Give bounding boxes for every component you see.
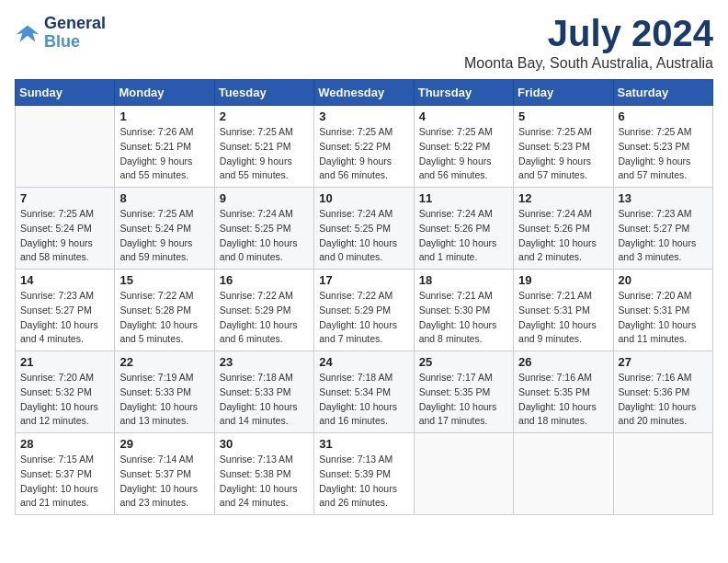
calendar-cell: 6Sunrise: 7:25 AMSunset: 5:23 PMDaylight… — [613, 106, 712, 188]
day-info: Sunrise: 7:13 AMSunset: 5:38 PMDaylight:… — [220, 453, 309, 511]
logo-icon — [15, 20, 40, 46]
day-number: 9 — [220, 191, 309, 205]
day-info: Sunrise: 7:24 AMSunset: 5:25 PMDaylight:… — [319, 207, 408, 265]
calendar-week-row: 1Sunrise: 7:26 AMSunset: 5:21 PMDaylight… — [16, 106, 713, 188]
weekday-header: Sunday — [16, 80, 115, 106]
calendar-cell: 30Sunrise: 7:13 AMSunset: 5:38 PMDayligh… — [214, 433, 313, 515]
day-info: Sunrise: 7:25 AMSunset: 5:24 PMDaylight:… — [119, 207, 209, 265]
title-block: July 2024 Moonta Bay, South Australia, A… — [464, 15, 713, 72]
day-number: 7 — [20, 191, 109, 205]
day-info: Sunrise: 7:25 AMSunset: 5:23 PMDaylight:… — [518, 125, 608, 183]
calendar-cell: 4Sunrise: 7:25 AMSunset: 5:22 PMDaylight… — [414, 106, 513, 188]
location-title: Moonta Bay, South Australia, Australia — [464, 55, 713, 72]
calendar-cell — [414, 433, 513, 515]
calendar-cell: 3Sunrise: 7:25 AMSunset: 5:22 PMDaylight… — [314, 106, 414, 188]
calendar-cell: 12Sunrise: 7:24 AMSunset: 5:26 PMDayligh… — [514, 188, 613, 270]
weekday-header-row: SundayMondayTuesdayWednesdayThursdayFrid… — [16, 80, 713, 106]
day-info: Sunrise: 7:21 AMSunset: 5:31 PMDaylight:… — [518, 289, 608, 347]
day-info: Sunrise: 7:20 AMSunset: 5:31 PMDaylight:… — [619, 289, 708, 347]
day-number: 5 — [518, 109, 608, 123]
day-number: 15 — [119, 273, 209, 287]
calendar-cell: 27Sunrise: 7:16 AMSunset: 5:36 PMDayligh… — [613, 351, 712, 433]
month-title: July 2024 — [464, 15, 713, 52]
calendar-cell: 26Sunrise: 7:16 AMSunset: 5:35 PMDayligh… — [514, 351, 613, 433]
day-info: Sunrise: 7:22 AMSunset: 5:29 PMDaylight:… — [220, 289, 309, 347]
calendar-cell: 8Sunrise: 7:25 AMSunset: 5:24 PMDaylight… — [115, 188, 214, 270]
day-number: 13 — [619, 191, 708, 205]
day-number: 3 — [319, 109, 408, 123]
calendar-cell: 29Sunrise: 7:14 AMSunset: 5:37 PMDayligh… — [115, 433, 214, 515]
day-number: 21 — [20, 355, 109, 369]
calendar-cell — [16, 106, 115, 188]
calendar-cell: 24Sunrise: 7:18 AMSunset: 5:34 PMDayligh… — [314, 351, 414, 433]
calendar-cell: 28Sunrise: 7:15 AMSunset: 5:37 PMDayligh… — [16, 433, 115, 515]
day-info: Sunrise: 7:23 AMSunset: 5:27 PMDaylight:… — [20, 289, 109, 347]
day-info: Sunrise: 7:20 AMSunset: 5:32 PMDaylight:… — [20, 371, 109, 429]
weekday-header: Tuesday — [214, 80, 313, 106]
calendar-week-row: 28Sunrise: 7:15 AMSunset: 5:37 PMDayligh… — [16, 433, 713, 515]
calendar-cell: 17Sunrise: 7:22 AMSunset: 5:29 PMDayligh… — [314, 270, 414, 351]
calendar-cell: 10Sunrise: 7:24 AMSunset: 5:25 PMDayligh… — [314, 188, 414, 270]
calendar-cell — [514, 433, 613, 515]
day-number: 23 — [220, 355, 309, 369]
calendar-week-row: 21Sunrise: 7:20 AMSunset: 5:32 PMDayligh… — [16, 351, 713, 433]
day-number: 24 — [319, 355, 408, 369]
day-info: Sunrise: 7:25 AMSunset: 5:22 PMDaylight:… — [419, 125, 508, 183]
weekday-header: Saturday — [613, 80, 712, 106]
day-number: 6 — [619, 109, 708, 123]
day-info: Sunrise: 7:18 AMSunset: 5:33 PMDaylight:… — [220, 371, 309, 429]
calendar-cell: 9Sunrise: 7:24 AMSunset: 5:25 PMDaylight… — [214, 188, 313, 270]
day-info: Sunrise: 7:18 AMSunset: 5:34 PMDaylight:… — [319, 371, 408, 429]
day-number: 19 — [518, 273, 608, 287]
day-info: Sunrise: 7:23 AMSunset: 5:27 PMDaylight:… — [619, 207, 708, 265]
weekday-header: Thursday — [414, 80, 513, 106]
calendar-body: 1Sunrise: 7:26 AMSunset: 5:21 PMDaylight… — [16, 106, 713, 515]
day-number: 30 — [220, 437, 309, 451]
calendar-cell: 18Sunrise: 7:21 AMSunset: 5:30 PMDayligh… — [414, 270, 513, 351]
calendar-cell: 31Sunrise: 7:13 AMSunset: 5:39 PMDayligh… — [314, 433, 414, 515]
day-info: Sunrise: 7:21 AMSunset: 5:30 PMDaylight:… — [419, 289, 508, 347]
page-header: General Blue July 2024 Moonta Bay, South… — [15, 15, 713, 72]
day-info: Sunrise: 7:15 AMSunset: 5:37 PMDaylight:… — [20, 453, 109, 511]
day-info: Sunrise: 7:17 AMSunset: 5:35 PMDaylight:… — [419, 371, 508, 429]
calendar-week-row: 14Sunrise: 7:23 AMSunset: 5:27 PMDayligh… — [16, 270, 713, 351]
day-info: Sunrise: 7:26 AMSunset: 5:21 PMDaylight:… — [119, 125, 209, 183]
day-info: Sunrise: 7:14 AMSunset: 5:37 PMDaylight:… — [119, 453, 209, 511]
calendar-cell: 22Sunrise: 7:19 AMSunset: 5:33 PMDayligh… — [115, 351, 214, 433]
day-number: 27 — [619, 355, 708, 369]
day-info: Sunrise: 7:25 AMSunset: 5:21 PMDaylight:… — [220, 125, 309, 183]
calendar-cell: 5Sunrise: 7:25 AMSunset: 5:23 PMDaylight… — [514, 106, 613, 188]
weekday-header: Friday — [514, 80, 613, 106]
calendar-cell: 1Sunrise: 7:26 AMSunset: 5:21 PMDaylight… — [115, 106, 214, 188]
day-number: 10 — [319, 191, 408, 205]
day-info: Sunrise: 7:24 AMSunset: 5:26 PMDaylight:… — [419, 207, 508, 265]
day-number: 11 — [419, 191, 508, 205]
calendar-cell: 25Sunrise: 7:17 AMSunset: 5:35 PMDayligh… — [414, 351, 513, 433]
day-info: Sunrise: 7:25 AMSunset: 5:23 PMDaylight:… — [619, 125, 708, 183]
calendar-cell: 21Sunrise: 7:20 AMSunset: 5:32 PMDayligh… — [16, 351, 115, 433]
day-info: Sunrise: 7:22 AMSunset: 5:28 PMDaylight:… — [119, 289, 209, 347]
weekday-header: Monday — [115, 80, 214, 106]
day-number: 20 — [619, 273, 708, 287]
day-number: 1 — [119, 109, 209, 123]
calendar-week-row: 7Sunrise: 7:25 AMSunset: 5:24 PMDaylight… — [16, 188, 713, 270]
day-info: Sunrise: 7:24 AMSunset: 5:25 PMDaylight:… — [220, 207, 309, 265]
calendar-cell: 16Sunrise: 7:22 AMSunset: 5:29 PMDayligh… — [214, 270, 313, 351]
day-number: 12 — [518, 191, 608, 205]
weekday-header: Wednesday — [314, 80, 414, 106]
calendar-cell: 14Sunrise: 7:23 AMSunset: 5:27 PMDayligh… — [16, 270, 115, 351]
calendar-cell: 19Sunrise: 7:21 AMSunset: 5:31 PMDayligh… — [514, 270, 613, 351]
calendar-cell: 23Sunrise: 7:18 AMSunset: 5:33 PMDayligh… — [214, 351, 313, 433]
day-info: Sunrise: 7:22 AMSunset: 5:29 PMDaylight:… — [319, 289, 408, 347]
day-number: 26 — [518, 355, 608, 369]
day-info: Sunrise: 7:25 AMSunset: 5:24 PMDaylight:… — [20, 207, 109, 265]
day-info: Sunrise: 7:19 AMSunset: 5:33 PMDaylight:… — [119, 371, 209, 429]
logo-text: General Blue — [44, 15, 106, 52]
day-info: Sunrise: 7:25 AMSunset: 5:22 PMDaylight:… — [319, 125, 408, 183]
calendar-cell — [613, 433, 712, 515]
calendar-table: SundayMondayTuesdayWednesdayThursdayFrid… — [15, 79, 713, 515]
day-number: 8 — [119, 191, 209, 205]
day-number: 22 — [119, 355, 209, 369]
logo: General Blue — [15, 15, 106, 52]
day-number: 31 — [319, 437, 408, 451]
